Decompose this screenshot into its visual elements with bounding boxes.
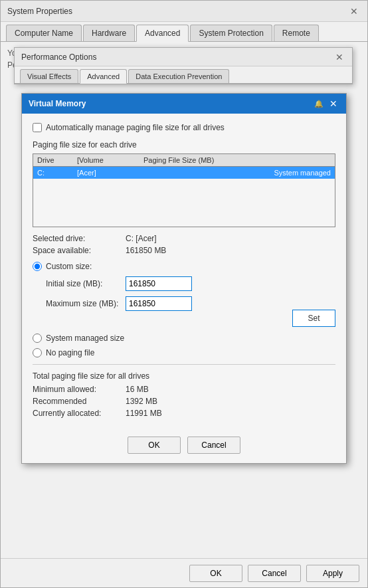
watermark-text: 🔔 <box>314 100 323 108</box>
system-managed-radio[interactable] <box>33 334 42 343</box>
sub-tab-advanced[interactable]: Advanced <box>80 69 127 84</box>
perf-options-close-button[interactable]: ✕ <box>333 51 345 63</box>
window-close-button[interactable]: ✕ <box>347 5 361 18</box>
min-allowed-value: 16 MB <box>126 385 149 394</box>
selected-drive-row: Selected drive: C: [Acer] <box>33 234 335 243</box>
drive-row-paging: System managed <box>143 169 331 177</box>
tabs-bar: Computer Name Hardware Advanced System P… <box>1 22 367 42</box>
total-title: Total paging file size for all drives <box>33 371 335 381</box>
drive-row[interactable]: C: [Acer] System managed <box>33 167 335 179</box>
drive-row-drive: C: <box>37 169 77 177</box>
vm-content: Automatically manage paging file size fo… <box>22 114 346 430</box>
recommended-label: Recommended <box>33 397 126 406</box>
col-volume-header: [Volume <box>77 156 143 164</box>
window-titlebar: System Properties ✕ <box>1 1 367 22</box>
system-managed-row: System managed size <box>33 334 335 343</box>
auto-manage-checkbox[interactable] <box>33 123 42 132</box>
no-paging-label: No paging file <box>46 348 94 357</box>
tab-advanced[interactable]: Advanced <box>136 25 189 42</box>
total-section: Total paging file size for all drives Mi… <box>33 364 335 418</box>
paging-section-label: Paging file size for each drive <box>33 140 335 149</box>
tab-system-protection[interactable]: System Protection <box>190 25 272 41</box>
apply-button[interactable]: Apply <box>306 565 359 582</box>
system-managed-label: System managed size <box>46 334 124 343</box>
vm-dialog-buttons: OK Cancel <box>22 430 346 463</box>
drive-table: Drive [Volume Paging File Size (MB) C: [… <box>33 153 335 227</box>
max-size-input[interactable]: 161850 <box>126 296 192 311</box>
perf-options-title: Performance Options <box>21 52 96 62</box>
tab-computer-name[interactable]: Computer Name <box>6 25 82 41</box>
col-drive-header: Drive <box>37 156 77 164</box>
space-available-row: Space available: 161850 MB <box>33 246 335 255</box>
max-size-label: Maximum size (MB): <box>46 299 126 308</box>
drive-row-volume: [Acer] <box>77 169 143 177</box>
auto-manage-label: Automatically manage paging file size fo… <box>46 123 225 132</box>
sub-tabs-bar: Visual Effects Advanced Data Execution P… <box>15 66 352 84</box>
cancel-button[interactable]: Cancel <box>248 565 301 582</box>
col-paging-header: Paging File Size (MB) <box>143 156 331 164</box>
window-title: System Properties <box>7 7 72 16</box>
ok-button[interactable]: OK <box>189 565 242 582</box>
custom-size-row: Custom size: <box>33 262 335 271</box>
currently-allocated-value: 11991 MB <box>126 409 162 418</box>
space-available-label: Space available: <box>33 246 126 255</box>
tab-remote[interactable]: Remote <box>274 25 319 41</box>
recommended-row: Recommended 1392 MB <box>33 397 335 406</box>
currently-allocated-label: Currently allocated: <box>33 409 126 418</box>
sys-props-content: You must be logged on as an Administrato… <box>1 42 367 587</box>
drive-info-section: Selected drive: C: [Acer] Space availabl… <box>33 234 335 255</box>
tab-hardware[interactable]: Hardware <box>83 25 135 41</box>
custom-size-radio[interactable] <box>33 262 42 271</box>
system-properties-window: System Properties ✕ Computer Name Hardwa… <box>0 0 368 588</box>
drive-table-body: C: [Acer] System managed <box>33 167 335 227</box>
min-allowed-row: Minimum allowed: 16 MB <box>33 385 335 394</box>
sub-tab-dep[interactable]: Data Execution Prevention <box>128 69 229 83</box>
vm-close-button[interactable]: ✕ <box>327 98 339 110</box>
drive-table-header: Drive [Volume Paging File Size (MB) <box>33 154 335 167</box>
selected-drive-label: Selected drive: <box>33 234 126 243</box>
radio-section: Custom size: Initial size (MB): 161850 M… <box>33 262 335 357</box>
currently-allocated-row: Currently allocated: 11991 MB <box>33 409 335 418</box>
selected-drive-value: C: [Acer] <box>126 234 157 243</box>
no-paging-radio[interactable] <box>33 348 42 357</box>
auto-manage-row: Automatically manage paging file size fo… <box>33 123 335 132</box>
vm-cancel-button[interactable]: Cancel <box>187 437 240 454</box>
no-paging-row: No paging file <box>33 348 335 357</box>
set-row: Set <box>33 310 335 327</box>
perf-options-titlebar: Performance Options ✕ <box>15 48 352 66</box>
vm-ok-button[interactable]: OK <box>128 437 181 454</box>
min-allowed-label: Minimum allowed: <box>33 385 126 394</box>
recommended-value: 1392 MB <box>126 397 157 406</box>
virtual-memory-dialog: Virtual Memory 🔔 ✕ Automatically manage … <box>21 93 347 464</box>
space-available-value: 161850 MB <box>126 246 166 255</box>
initial-size-label: Initial size (MB): <box>46 279 126 288</box>
initial-size-input[interactable]: 161850 <box>126 276 192 291</box>
set-button[interactable]: Set <box>292 310 335 327</box>
max-size-row: Maximum size (MB): 161850 <box>33 296 335 311</box>
vm-title: Virtual Memory <box>29 99 86 108</box>
sub-tab-visual-effects[interactable]: Visual Effects <box>20 69 78 83</box>
bottom-bar: OK Cancel Apply <box>1 558 367 587</box>
custom-size-label: Custom size: <box>46 262 92 271</box>
performance-options-dialog: Performance Options ✕ Visual Effects Adv… <box>14 47 353 84</box>
initial-size-row: Initial size (MB): 161850 <box>33 276 335 291</box>
vm-titlebar: Virtual Memory 🔔 ✕ <box>22 94 346 114</box>
